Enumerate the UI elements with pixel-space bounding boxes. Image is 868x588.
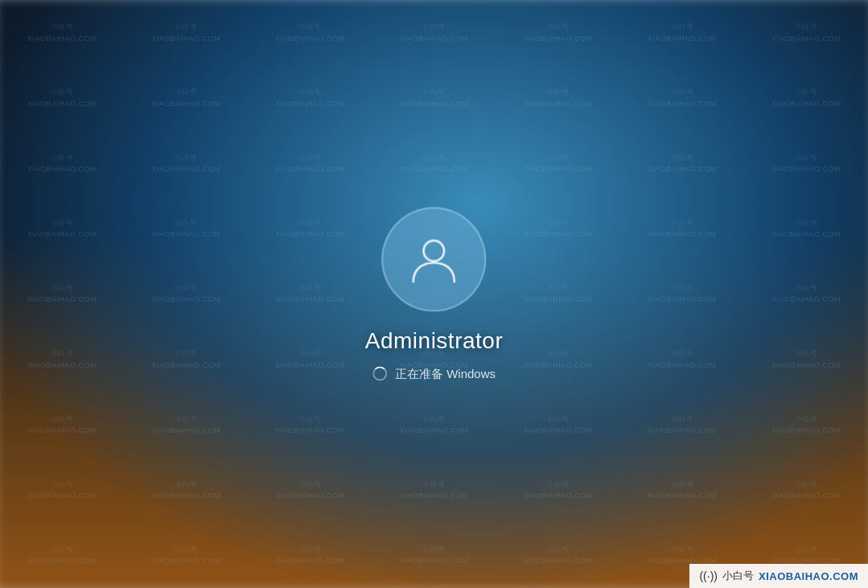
loading-spinner <box>372 367 387 381</box>
avatar <box>382 207 487 311</box>
status-row: 正在准备 Windows <box>372 366 496 381</box>
svg-point-0 <box>424 241 445 261</box>
badge-chinese-label: 小白号 <box>722 569 754 583</box>
watermark-badge: ((·)) 小白号 XIAOBAIHAO.COM <box>689 564 868 588</box>
login-panel: Administrator 正在准备 Windows <box>365 207 503 381</box>
status-text: 正在准备 Windows <box>395 366 496 381</box>
user-icon <box>407 232 462 286</box>
badge-domain: XIAOBAIHAO.COM <box>759 570 858 582</box>
username-label: Administrator <box>365 327 503 353</box>
radio-icon: ((·)) <box>699 569 718 582</box>
